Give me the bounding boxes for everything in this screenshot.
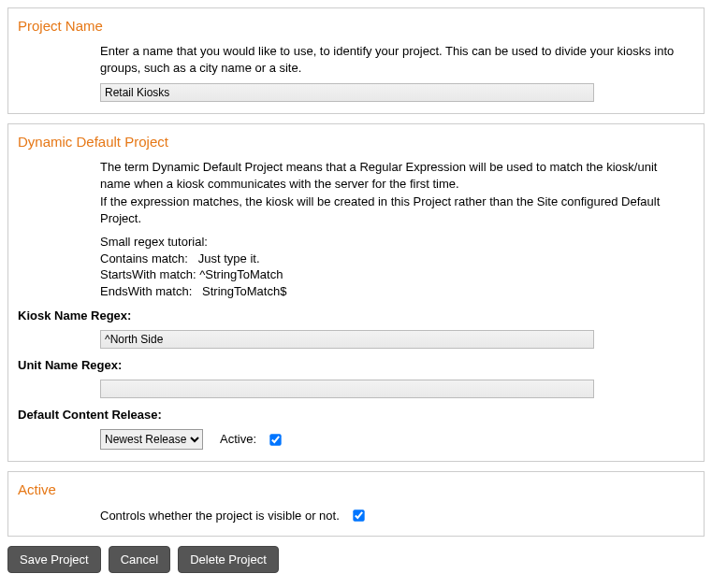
default-release-label: Default Content Release:: [18, 408, 694, 422]
cancel-button[interactable]: Cancel: [109, 546, 170, 573]
regex-tut-1: Contains match: Just type it.: [100, 251, 685, 267]
kiosk-regex-label: Kiosk Name Regex:: [18, 308, 694, 323]
unit-regex-label: Unit Name Regex:: [18, 358, 694, 372]
regex-tut-3: EndsWith match: StringToMatch$: [100, 283, 685, 300]
active-panel: Active Controls whether the project is v…: [7, 471, 705, 537]
dynamic-desc-2: If the expression matches, the kiosk wil…: [100, 194, 685, 226]
project-name-input[interactable]: [100, 83, 594, 102]
regex-tut-header: Small regex tutorial:: [100, 234, 685, 251]
button-row: Save Project Cancel Delete Project: [7, 546, 705, 573]
active-desc: Controls whether the project is visible …: [100, 509, 340, 523]
active-title: Active: [18, 481, 694, 497]
dynamic-default-panel: Dynamic Default Project The term Dynamic…: [7, 123, 705, 462]
dynamic-active-label: Active:: [220, 432, 256, 446]
active-checkbox[interactable]: [353, 510, 364, 522]
project-name-title: Project Name: [18, 18, 694, 34]
dynamic-desc-1: The term Dynamic Default Project means t…: [100, 159, 685, 192]
kiosk-regex-input[interactable]: [100, 330, 594, 349]
save-project-button[interactable]: Save Project: [7, 546, 101, 573]
project-name-panel: Project Name Enter a name that you would…: [7, 7, 705, 114]
unit-regex-input[interactable]: [100, 380, 594, 398]
regex-tut-2: StartsWith match: ^StringToMatch: [100, 266, 685, 283]
default-release-select[interactable]: Newest Release: [100, 429, 203, 450]
project-name-desc: Enter a name that you would like to use,…: [100, 43, 685, 76]
delete-project-button[interactable]: Delete Project: [178, 546, 279, 573]
regex-tutorial: Small regex tutorial: Contains match: Ju…: [100, 234, 685, 299]
dynamic-title: Dynamic Default Project: [18, 134, 694, 150]
dynamic-active-checkbox[interactable]: [269, 434, 281, 445]
